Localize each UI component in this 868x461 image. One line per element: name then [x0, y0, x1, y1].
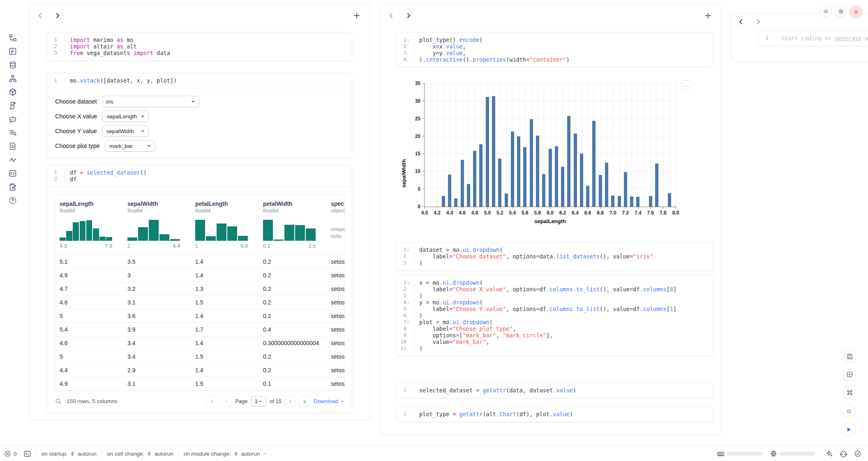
code-editor[interactable]: 1∨x = mo.ui.dropdown(2 label="Choose X v… — [396, 275, 713, 356]
code-line[interactable]: 2import altair as alt — [47, 43, 352, 50]
last-page-button[interactable]: » — [299, 396, 310, 407]
chart-bar[interactable] — [580, 154, 583, 207]
code-line[interactable]: 11) — [396, 345, 713, 352]
chart-bar[interactable] — [461, 160, 464, 207]
plot-type-select[interactable]: mark_bar — [105, 140, 155, 152]
chart-bar[interactable] — [454, 198, 457, 207]
code-line[interactable]: 1Start coding or generate with AI — [758, 35, 868, 41]
code-line[interactable]: 1import marimo as mo — [47, 37, 352, 43]
sidebar-item-documentation[interactable] — [7, 142, 18, 150]
next-page-button[interactable]: › — [285, 396, 296, 407]
sidebar-item-help[interactable] — [7, 196, 18, 205]
chart-bar[interactable] — [492, 96, 495, 207]
add-cell-button[interactable] — [704, 12, 712, 19]
keyboard-shortcuts-button[interactable] — [843, 386, 856, 399]
sidebar-item-snippets[interactable] — [7, 169, 18, 177]
table-column-header[interactable]: speciesobjectunique:nulls: — [327, 195, 345, 255]
errors-indicator[interactable]: 0 — [4, 450, 17, 457]
sidebar-item-file-tree[interactable] — [7, 34, 18, 42]
code-editor[interactable]: 1plot_type = getattr(alt.Chart(df), plot… — [396, 407, 713, 422]
sidebar-item-functions[interactable] — [7, 47, 18, 55]
code-line[interactable]: 2 x=x.value, — [396, 43, 713, 50]
code-line[interactable]: 1∨dataset = mo.ui.dropdown( — [396, 247, 713, 253]
chart-bar[interactable] — [536, 136, 539, 207]
code-line[interactable]: 2 label="Choose X value", options=df.col… — [396, 286, 713, 293]
column-next-button[interactable] — [54, 12, 61, 19]
chart-bar[interactable] — [530, 119, 533, 207]
chart-bar[interactable] — [517, 136, 520, 207]
chart-bar[interactable] — [636, 197, 639, 207]
x-value-select[interactable]: sepalLength — [102, 111, 149, 122]
code-line[interactable]: 3) — [396, 293, 713, 299]
chart-bar[interactable] — [448, 175, 451, 207]
code-line[interactable]: 1∨plot_type().encode( — [396, 37, 713, 43]
column-next-button[interactable] — [755, 18, 762, 25]
chart-bar[interactable] — [630, 196, 633, 207]
chart-bar[interactable] — [649, 196, 652, 207]
chart-menu-button[interactable]: ⋯ — [681, 80, 693, 91]
code-editor[interactable]: 1df = selected_dataset()2df — [47, 165, 352, 187]
table-column-header[interactable]: sepalWidthfloat6424.4 — [123, 195, 191, 255]
code-editor[interactable]: 1mo.vstack([dataset, x, y, plot]) — [47, 73, 352, 88]
chart-bar[interactable] — [511, 131, 514, 207]
chart-bar[interactable] — [599, 175, 602, 207]
code-line[interactable]: 9 options=["mark_bar", "mark_circle"], — [396, 332, 713, 339]
on-module-change-setting[interactable]: on module change: autorun — [184, 451, 268, 457]
sidebar-item-scratchpad[interactable] — [7, 101, 18, 110]
on-startup-setting[interactable]: on startup: autorun — [42, 451, 97, 457]
chart-bar[interactable] — [655, 164, 658, 207]
chart-bar[interactable] — [624, 172, 627, 207]
notebook-menu-button[interactable] — [820, 5, 832, 17]
chart-bar[interactable] — [479, 144, 482, 207]
search-icon[interactable] — [55, 398, 62, 405]
chart-bar[interactable] — [567, 116, 570, 207]
chart-bar[interactable] — [542, 174, 545, 207]
chart-bar[interactable] — [473, 151, 476, 207]
chart-bar[interactable] — [668, 193, 671, 207]
sidebar-item-dependencies[interactable] — [7, 74, 18, 83]
code-line[interactable]: 5 label="Choose Y value", options=df.col… — [396, 306, 713, 312]
chart-bar[interactable] — [467, 184, 470, 207]
code-line[interactable]: 8 label="Choose plot type", — [396, 325, 713, 332]
stop-button[interactable] — [842, 404, 856, 418]
code-line[interactable]: 1∨x = mo.ui.dropdown( — [396, 279, 713, 286]
code-line[interactable]: 1selected_dataset = getattr(data, datase… — [396, 387, 713, 394]
column-prev-button[interactable] — [388, 12, 395, 19]
code-line[interactable]: 1mo.vstack([dataset, x, y, plot]) — [47, 77, 352, 84]
table-column-header[interactable]: petalWidthfloat640.12.5 — [259, 195, 327, 255]
dataset-select[interactable]: iris — [102, 96, 199, 107]
code-line[interactable]: 1df = selected_dataset() — [47, 169, 352, 176]
save-button[interactable] — [843, 350, 856, 362]
settings-button[interactable] — [835, 5, 847, 17]
code-line[interactable]: 2df — [47, 176, 352, 182]
sidebar-item-datasources[interactable] — [7, 61, 18, 69]
chart-bar[interactable] — [498, 159, 501, 207]
column-prev-button[interactable] — [37, 12, 44, 19]
sidebar-item-tracing[interactable] — [7, 156, 18, 164]
page-select[interactable]: 1 — [251, 396, 267, 406]
code-line[interactable]: 4).interactive().properties(width="conta… — [396, 56, 713, 63]
chart-bar[interactable] — [561, 167, 564, 207]
code-line[interactable]: 3 y=y.value, — [396, 50, 713, 56]
chart-bar[interactable] — [505, 194, 508, 207]
table-column-header[interactable]: petalLengthfloat6416.9 — [191, 195, 259, 255]
on-cell-change-setting[interactable]: on cell change: autorun — [107, 451, 173, 457]
chart-bar[interactable] — [611, 196, 614, 207]
y-value-select[interactable]: sepalWidth — [102, 125, 149, 137]
shutdown-button[interactable] — [850, 5, 862, 18]
chart-bar[interactable] — [486, 97, 489, 207]
code-editor[interactable]: 1∨plot_type().encode(2 x=x.value,3 y=y.v… — [396, 32, 713, 67]
copilot-button[interactable] — [840, 450, 847, 458]
download-button[interactable]: Download — [314, 398, 345, 404]
code-editor[interactable]: 1selected_dataset = getattr(data, datase… — [396, 383, 713, 398]
code-line[interactable]: 2 label="Choose dataset", options=data.l… — [396, 253, 713, 260]
chart-bar[interactable] — [574, 134, 577, 207]
chart-bar[interactable] — [605, 163, 608, 207]
column-next-button[interactable] — [405, 12, 412, 19]
code-line[interactable]: 3from vega_datasets import data — [47, 50, 352, 56]
chart-bar[interactable] — [618, 196, 621, 207]
sidebar-item-chat[interactable] — [7, 115, 18, 123]
add-cell-button[interactable] — [353, 12, 360, 19]
chart-bar[interactable] — [586, 186, 589, 207]
chart-bar[interactable] — [592, 121, 596, 207]
